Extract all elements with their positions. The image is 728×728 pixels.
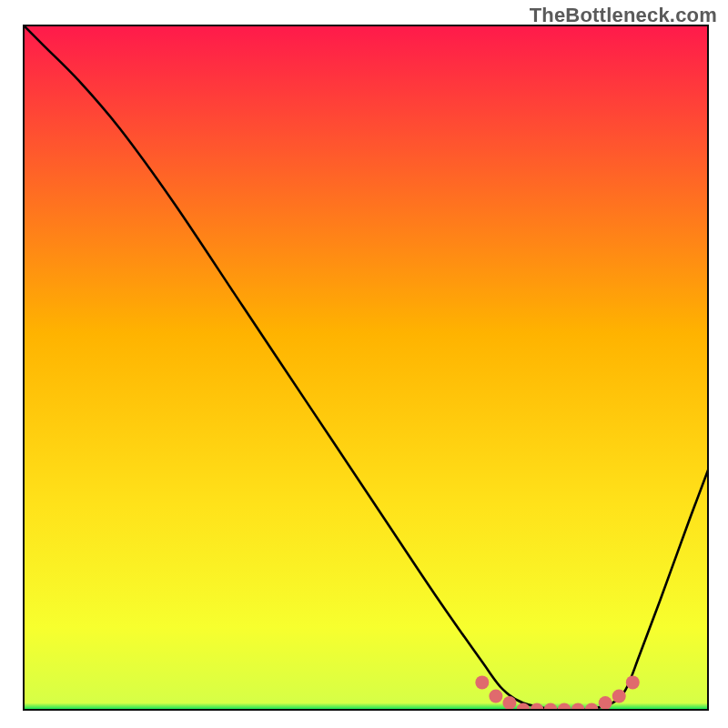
watermark-text: TheBottleneck.com — [530, 4, 717, 27]
gradient-background — [24, 25, 708, 710]
chart-stage: TheBottleneck.com — [0, 0, 728, 728]
min-marker — [599, 696, 612, 710]
min-marker — [612, 689, 626, 703]
chart-svg — [0, 0, 728, 728]
min-marker — [475, 675, 489, 689]
min-marker — [502, 696, 516, 710]
min-marker — [489, 689, 502, 703]
min-marker — [626, 675, 640, 689]
